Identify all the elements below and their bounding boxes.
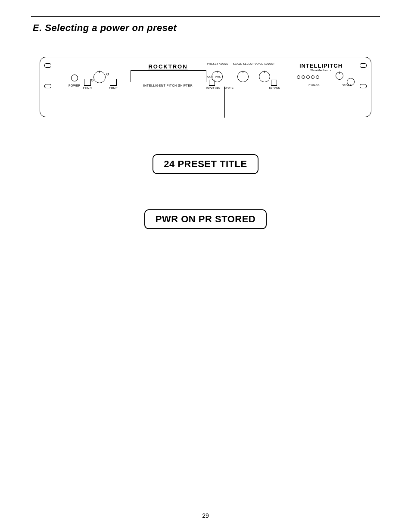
device-front-panel: POWER FUNC TUNE ROCKTRON INTELLIGENT PIT… bbox=[40, 57, 371, 117]
func-button[interactable] bbox=[84, 79, 91, 86]
intellipitch-sub: WaveMechanics bbox=[286, 69, 355, 72]
knob-tick-icon bbox=[217, 71, 218, 73]
knob-tick-icon bbox=[243, 71, 243, 73]
store-label: STORE bbox=[222, 87, 236, 89]
callout-line-icon bbox=[98, 87, 98, 118]
voice-adjust-label: VOICE ADJUST bbox=[255, 62, 274, 65]
rack-screw-icon bbox=[360, 63, 367, 68]
knob-tick-icon bbox=[100, 71, 100, 73]
brand-logo: ROCKTRON bbox=[136, 63, 200, 70]
compare-label: COMPARE bbox=[204, 75, 221, 78]
voice-adjust-knob[interactable] bbox=[259, 71, 270, 82]
rack-screw-icon bbox=[360, 84, 367, 88]
bypass2-label: BYPASS bbox=[305, 84, 323, 87]
top-rule bbox=[31, 16, 380, 17]
store2-label: STORE bbox=[338, 84, 355, 87]
rack-screw-icon bbox=[44, 63, 51, 68]
section-heading: E. Selecting a power on preset bbox=[33, 22, 380, 34]
callout-line-icon bbox=[224, 87, 225, 118]
page: E. Selecting a power on preset POWER FUN… bbox=[0, 0, 411, 532]
brand-block: ROCKTRON bbox=[136, 63, 200, 70]
display-row-2: PWR ON PR STORED bbox=[31, 209, 380, 229]
preset-knob[interactable] bbox=[93, 71, 106, 83]
bypass-label: BYPASS bbox=[268, 87, 281, 89]
intellipitch-logo: INTELLIPITCH bbox=[286, 62, 355, 69]
lcd-display bbox=[131, 70, 206, 82]
tune-label: TUNE bbox=[107, 87, 119, 90]
compare-button[interactable] bbox=[209, 80, 215, 86]
power-led-icon bbox=[71, 75, 78, 81]
rack-screw-icon bbox=[44, 84, 51, 88]
range-dot-icon bbox=[106, 73, 109, 75]
scale-select-label: SCALE SELECT bbox=[233, 62, 252, 65]
lcd-readout-pwr-stored: PWR ON PR STORED bbox=[144, 209, 267, 229]
tune-button[interactable] bbox=[110, 79, 117, 86]
input-adj-label: INPUT ADJ bbox=[206, 87, 221, 89]
knob-tick-icon bbox=[339, 72, 340, 74]
indicator-dots-icon bbox=[297, 75, 319, 79]
right-brand-block: INTELLIPITCH WaveMechanics bbox=[286, 62, 355, 72]
range-dot-icon bbox=[91, 79, 93, 81]
preset-adjust-label: PRESET ADJUST bbox=[207, 62, 226, 65]
func-label: FUNC bbox=[81, 87, 93, 90]
display-row-1: 24 PRESET TITLE bbox=[31, 154, 380, 174]
bypass-button[interactable] bbox=[271, 80, 277, 86]
page-number: 29 bbox=[0, 512, 411, 519]
lcd-readout-preset-title: 24 PRESET TITLE bbox=[153, 154, 258, 174]
knob-tick-icon bbox=[265, 71, 265, 73]
power-label: POWER bbox=[68, 84, 81, 87]
small-knob[interactable] bbox=[336, 72, 343, 80]
scale-select-knob[interactable] bbox=[237, 71, 249, 82]
lcd-caption: INTELLIGENT PITCH SHIFTER bbox=[131, 84, 206, 87]
device-panel-figure: POWER FUNC TUNE ROCKTRON INTELLIGENT PIT… bbox=[40, 57, 371, 117]
